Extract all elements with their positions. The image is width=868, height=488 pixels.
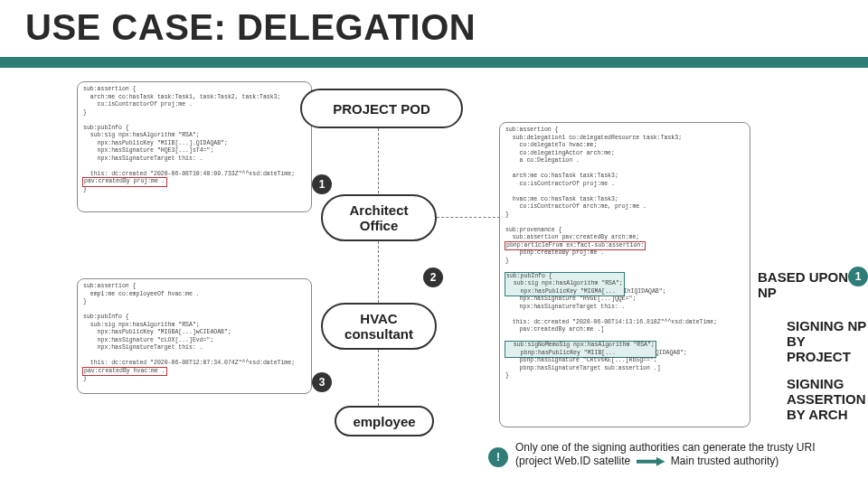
connector-1 <box>378 128 379 193</box>
codebox-top-left: sub:assertion { arch:me co:hasTask task:… <box>77 81 312 212</box>
connector-arch-right <box>437 217 500 218</box>
footer-line2a: (project Web.ID satellite <box>515 455 630 467</box>
pill-project-pod: PROJECT POD <box>300 89 463 128</box>
pill-hvac-consultant: HVAC consultant <box>321 303 437 350</box>
connector-3 <box>378 350 379 406</box>
pill-architect-office: Architect Office <box>321 194 437 241</box>
codebox-bottom-left: sub:assertion { emp1:me co:employeeOf hv… <box>77 278 312 394</box>
label-signing-project: SIGNING NP BY PROJECT <box>787 318 868 364</box>
title-band <box>0 57 868 68</box>
connector-2 <box>378 241 379 303</box>
pill-employee: employee <box>335 406 434 436</box>
codebox-right: sub:assertion { sub:delegation1 co:deleg… <box>499 122 750 427</box>
badge-2: 2 <box>423 267 443 287</box>
badge-exclamation: ! <box>488 447 508 467</box>
arrow-right-icon <box>637 457 665 466</box>
badge-1: 1 <box>312 174 332 194</box>
slide-title: USE CASE: DELEGATION <box>25 7 476 48</box>
footer-line1: Only one of the signing authorities can … <box>515 441 816 454</box>
label-signing-arch: SIGNING ASSERTION BY ARCH <box>787 376 866 422</box>
badge-3: 3 <box>312 372 332 392</box>
footer-note: Only one of the signing authorities can … <box>515 441 859 468</box>
badge-np1: 1 <box>848 267 868 286</box>
footer-line2b: Main trusted authority) <box>671 455 778 467</box>
